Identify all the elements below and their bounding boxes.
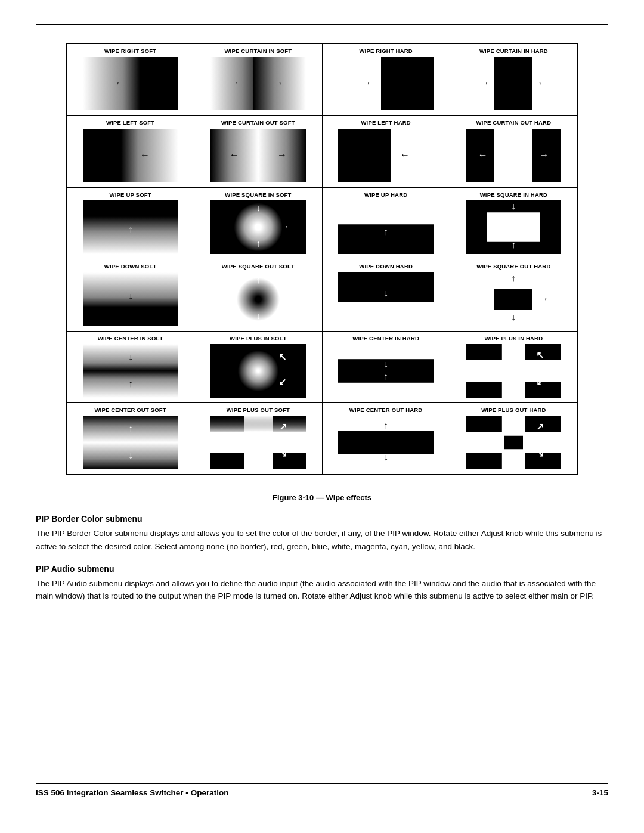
wipe-cell-wipe-plus-out-soft: WIPE PLUS OUT SOFT	[194, 403, 322, 475]
wipe-cell-image	[83, 57, 178, 110]
wipe-cell-label: WIPE PLUS IN HARD	[485, 335, 543, 342]
wipe-cell-wipe-plus-in-hard: WIPE PLUS IN HARD	[450, 332, 578, 403]
wipe-cell-label: WIPE LEFT SOFT	[106, 119, 154, 126]
wipe-cell-wipe-curtain-in-hard: WIPE CURTAIN IN HARD	[450, 44, 578, 116]
wipe-cell-wipe-left-hard: WIPE LEFT HARD	[323, 116, 450, 187]
wipe-cell-label: WIPE SQUARE OUT HARD	[476, 263, 550, 270]
wipe-grid: WIPE RIGHT SOFTWIPE CURTAIN IN SOFTWIPE …	[66, 44, 578, 475]
wipe-cell-label: WIPE PLUS IN SOFT	[230, 335, 287, 342]
wipe-cell-image	[210, 344, 306, 398]
wipe-cell-label: WIPE LEFT HARD	[361, 119, 410, 126]
wipe-cell-wipe-right-soft: WIPE RIGHT SOFT	[67, 44, 194, 116]
wipe-cell-label: WIPE CURTAIN IN SOFT	[224, 48, 292, 54]
wipe-cell-image	[83, 344, 178, 398]
footer: ISS 506 Integration Seamless Switcher • …	[36, 783, 608, 797]
wipe-figure: WIPE RIGHT SOFTWIPE CURTAIN IN SOFTWIPE …	[66, 43, 578, 475]
wipe-cell-image	[338, 272, 434, 326]
wipe-cell-label: WIPE DOWN HARD	[359, 263, 413, 270]
wipe-cell-image	[210, 129, 306, 182]
wipe-cell-wipe-square-in-soft: WIPE SQUARE IN SOFT	[194, 188, 322, 259]
wipe-cell-image	[338, 57, 434, 110]
wipe-cell-wipe-square-in-hard: WIPE SQUARE IN HARD	[450, 188, 578, 259]
wipe-cell-image	[338, 344, 434, 398]
wipe-cell-label: WIPE SQUARE OUT SOFT	[222, 263, 295, 270]
wipe-cell-wipe-right-hard: WIPE RIGHT HARD	[323, 44, 450, 116]
top-rule	[36, 24, 608, 25]
wipe-cell-image	[210, 200, 306, 254]
footer-right: 3-15	[592, 788, 608, 797]
wipe-cell-wipe-center-in-hard: WIPE CENTER IN HARD	[323, 332, 450, 403]
wipe-cell-image	[338, 200, 434, 254]
pip-audio-body: The PIP Audio submenu displays and allow…	[36, 577, 608, 603]
figure-container: WIPE RIGHT SOFTWIPE CURTAIN IN SOFTWIPE …	[66, 43, 578, 514]
wipe-cell-image	[466, 344, 561, 398]
wipe-cell-wipe-down-soft: WIPE DOWN SOFT	[67, 259, 194, 331]
wipe-cell-wipe-curtain-out-soft: WIPE CURTAIN OUT SOFT	[194, 116, 322, 187]
wipe-cell-wipe-curtain-out-hard: WIPE CURTAIN OUT HARD	[450, 116, 578, 187]
wipe-cell-label: WIPE RIGHT HARD	[359, 48, 412, 54]
wipe-cell-label: WIPE PLUS OUT HARD	[481, 407, 546, 413]
wipe-cell-image	[466, 200, 561, 254]
pip-border-color-section: PIP Border Color submenu The PIP Border …	[36, 514, 608, 553]
wipe-cell-image	[210, 272, 306, 326]
wipe-cell-label: WIPE CENTER OUT SOFT	[94, 407, 166, 413]
wipe-cell-wipe-plus-out-hard: WIPE PLUS OUT HARD	[450, 403, 578, 475]
wipe-cell-wipe-curtain-in-soft: WIPE CURTAIN IN SOFT	[194, 44, 322, 116]
wipe-cell-label: WIPE UP SOFT	[110, 191, 151, 198]
wipe-cell-label: WIPE CURTAIN IN HARD	[479, 48, 548, 54]
wipe-cell-image	[210, 57, 306, 110]
wipe-cell-label: WIPE CENTER OUT HARD	[349, 407, 423, 413]
wipe-cell-label: WIPE CURTAIN OUT SOFT	[221, 119, 295, 126]
wipe-cell-wipe-center-in-soft: WIPE CENTER IN SOFT	[67, 332, 194, 403]
wipe-cell-wipe-plus-in-soft: WIPE PLUS IN SOFT	[194, 332, 322, 403]
wipe-cell-wipe-center-out-hard: WIPE CENTER OUT HARD	[323, 403, 450, 475]
figure-wrapper: WIPE RIGHT SOFTWIPE CURTAIN IN SOFTWIPE …	[36, 43, 608, 514]
wipe-cell-wipe-center-out-soft: WIPE CENTER OUT SOFT	[67, 403, 194, 475]
wipe-cell-image	[338, 416, 434, 469]
wipe-cell-wipe-square-out-hard: WIPE SQUARE OUT HARD	[450, 259, 578, 331]
wipe-cell-image	[83, 272, 178, 326]
wipe-cell-wipe-left-soft: WIPE LEFT SOFT	[67, 116, 194, 187]
wipe-cell-wipe-up-soft: WIPE UP SOFT	[67, 188, 194, 259]
wipe-cell-image	[466, 57, 561, 110]
wipe-cell-image	[466, 129, 561, 182]
wipe-cell-image	[466, 416, 561, 469]
page: WIPE RIGHT SOFTWIPE CURTAIN IN SOFTWIPE …	[0, 0, 644, 833]
pip-border-color-body: The PIP Border Color submenu displays an…	[36, 527, 608, 553]
wipe-cell-image	[83, 129, 178, 182]
wipe-cell-label: WIPE DOWN SOFT	[104, 263, 157, 270]
wipe-cell-label: WIPE CURTAIN OUT HARD	[476, 119, 552, 126]
wipe-cell-label: WIPE RIGHT SOFT	[104, 48, 156, 54]
pip-border-color-title: PIP Border Color submenu	[36, 514, 608, 524]
wipe-cell-wipe-down-hard: WIPE DOWN HARD	[323, 259, 450, 331]
wipe-cell-image	[338, 129, 434, 182]
wipe-cell-label: WIPE PLUS OUT SOFT	[227, 407, 290, 413]
pip-audio-section: PIP Audio submenu The PIP Audio submenu …	[36, 564, 608, 603]
wipe-cell-label: WIPE CENTER IN HARD	[352, 335, 419, 342]
wipe-cell-label: WIPE SQUARE IN HARD	[480, 191, 547, 198]
wipe-cell-label: WIPE SQUARE IN SOFT	[225, 191, 291, 198]
wipe-cell-image	[83, 200, 178, 254]
wipe-cell-wipe-square-out-soft: WIPE SQUARE OUT SOFT	[194, 259, 322, 331]
figure-caption: Figure 3-10 — Wipe effects	[66, 493, 578, 502]
wipe-cell-label: WIPE CENTER IN SOFT	[98, 335, 163, 342]
wipe-cell-image	[83, 416, 178, 469]
footer-left: ISS 506 Integration Seamless Switcher • …	[36, 788, 229, 797]
wipe-cell-wipe-up-hard: WIPE UP HARD	[323, 188, 450, 259]
wipe-cell-image	[210, 416, 306, 469]
wipe-cell-label: WIPE UP HARD	[364, 191, 407, 198]
pip-audio-title: PIP Audio submenu	[36, 564, 608, 574]
wipe-cell-image	[466, 272, 561, 326]
